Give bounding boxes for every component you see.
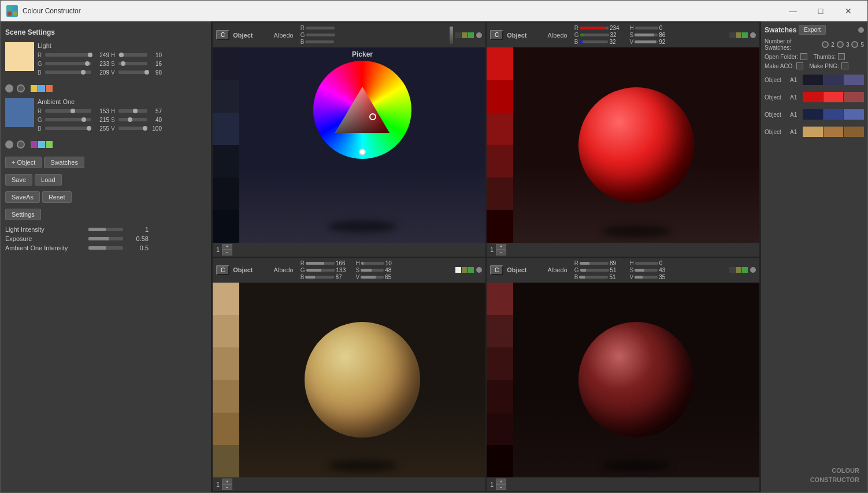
swatch2-c3[interactable] [844,92,864,102]
obj3-page-down[interactable]: − [222,484,232,490]
obj4-s-slider[interactable] [635,269,658,272]
swatch2-c2[interactable] [824,92,844,102]
ambient-v-slider[interactable] [118,127,147,130]
ambient-s-slider[interactable] [118,118,147,121]
obj2-b-slider[interactable] [579,40,608,43]
minimize-button[interactable]: — [780,2,806,20]
add-object-button[interactable]: + Object [5,157,42,168]
light-r-slider[interactable] [45,53,91,57]
obj1-g-slider[interactable] [306,34,335,36]
obj4-swatch-4[interactable] [487,413,513,445]
settings-button[interactable]: Settings [5,209,41,220]
light-v-slider[interactable] [118,71,147,74]
obj2-swatch-0[interactable] [487,47,513,80]
ambient-h-slider[interactable] [118,109,147,113]
export-button[interactable]: Export [799,25,826,35]
reset-button[interactable]: Reset [42,191,72,203]
make-aco-checkbox[interactable] [796,62,803,69]
ambient-r-slider[interactable] [45,109,91,113]
obj1-page-down[interactable]: − [222,250,232,255]
color-wheel[interactable] [313,61,411,159]
light-h-slider[interactable] [118,53,147,57]
obj1-top-dot[interactable] [476,32,482,38]
obj4-swatch-0[interactable] [487,283,513,315]
ambient-radio-1[interactable] [5,140,13,149]
obj2-swatch-5[interactable] [487,210,513,242]
obj4-b-slider[interactable] [579,276,608,279]
close-button[interactable]: ✕ [835,2,862,20]
obj2-v-slider[interactable] [635,40,658,43]
obj3-swatch-1[interactable] [213,315,239,347]
swatches-button[interactable]: Swatches [44,157,84,168]
obj3-top-dot[interactable] [476,267,482,273]
open-folder-checkbox[interactable] [800,53,807,60]
swatch1-c1[interactable] [803,75,823,85]
obj2-page-up[interactable]: + [496,244,506,250]
obj1-divider[interactable] [450,27,453,44]
exposure-slider[interactable] [88,237,123,240]
obj2-g-slider[interactable] [580,34,609,36]
obj2-top-dot[interactable] [750,32,756,38]
obj4-h-slider[interactable] [635,262,658,265]
ambient-b-slider[interactable] [45,127,91,130]
obj3-swatch-2[interactable] [213,347,239,380]
obj2-r-slider[interactable] [580,27,609,29]
obj3-tab-c[interactable]: C [216,265,229,275]
obj3-swatch-5[interactable] [213,445,239,477]
obj3-v-slider[interactable] [361,276,384,279]
obj2-h-slider[interactable] [635,27,658,29]
light-b-slider[interactable] [45,71,91,74]
obj1-b-slider[interactable] [305,40,334,43]
obj2-swatch-4[interactable] [487,177,513,210]
swatch1-c2[interactable] [824,75,844,85]
obj1-swatch-2[interactable] [213,113,239,145]
obj3-page-up[interactable]: + [222,479,232,484]
light-radio-1[interactable] [5,84,13,92]
hue-selector-dot[interactable] [359,149,366,155]
obj4-swatch-3[interactable] [487,380,513,412]
swatch2-c1[interactable] [803,92,823,102]
obj4-page-down[interactable]: − [496,484,506,490]
obj1-r-slider[interactable] [306,27,335,29]
ambient-g-slider[interactable] [45,118,91,121]
ambient-intensity-slider[interactable] [88,246,123,250]
thumbs-checkbox[interactable] [838,53,845,60]
obj3-r-slider[interactable] [306,262,335,265]
swatch3-c3[interactable] [844,109,864,120]
saveas-button[interactable]: SaveAs [5,191,40,203]
ambient-radio-2[interactable] [17,140,25,149]
obj2-page-down[interactable]: − [496,250,506,255]
obj1-swatch-5[interactable] [213,210,239,242]
obj4-top-dot[interactable] [750,267,756,273]
radio-3[interactable] [837,41,844,48]
obj1-page-up[interactable]: + [222,244,232,250]
obj1-swatch-1[interactable] [213,80,239,112]
swatch3-c2[interactable] [824,109,844,120]
obj3-swatch-3[interactable] [213,380,239,412]
obj4-swatch-1[interactable] [487,315,513,347]
swatch4-c1[interactable] [803,127,823,137]
light-intensity-slider[interactable] [88,228,123,231]
radio-5[interactable] [851,41,858,48]
obj3-swatch-0[interactable] [213,283,239,315]
obj4-swatch-5[interactable] [487,445,513,477]
obj2-swatch-1[interactable] [487,80,513,112]
obj4-swatch-2[interactable] [487,347,513,380]
swatch4-c3[interactable] [844,127,864,137]
obj3-g-slider[interactable] [306,269,335,272]
obj3-h-slider[interactable] [361,262,384,265]
obj1-swatch-4[interactable] [213,177,239,210]
obj1-tab-c[interactable]: C [216,30,229,40]
obj1-swatch-3[interactable] [213,145,239,177]
make-png-checkbox[interactable] [841,62,848,69]
light-s-slider[interactable] [118,62,147,65]
save-button[interactable]: Save [5,174,32,186]
swatches-top-dot[interactable] [858,27,864,33]
swatch1-c3[interactable] [844,75,864,85]
obj2-tab-c[interactable]: C [490,30,503,40]
swatch3-c1[interactable] [803,109,823,120]
obj3-b-slider[interactable] [305,276,334,279]
maximize-button[interactable]: □ [807,2,834,20]
light-radio-2[interactable] [17,84,25,92]
obj4-tab-c[interactable]: C [490,265,503,275]
